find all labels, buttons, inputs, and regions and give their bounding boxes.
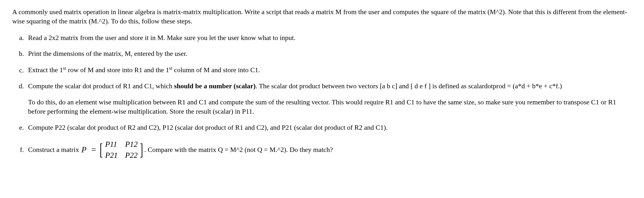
step-d-line1a: Compute the scalar dot product of R1 and… (28, 82, 174, 90)
step-f-pre: Construct a matrix (28, 145, 79, 154)
step-e-text: Compute P22 (scalar dot product of R2 an… (28, 124, 388, 131)
step-b-text: Print the dimensions of the matrix, M, e… (28, 50, 187, 57)
bracket-right-icon: ] (140, 141, 143, 158)
step-f: Construct a matrix P = [ P11 P12 P21 P22… (26, 139, 632, 161)
matrix-var-P: P (81, 144, 86, 155)
step-a-text: Read a 2x2 matrix from the user and stor… (28, 34, 296, 41)
step-c-mid: row of M and store into R1 and the 1 (66, 66, 169, 74)
matrix-cell-p22: P22 (125, 150, 138, 161)
matrix-cell-p12: P12 (125, 139, 138, 150)
step-c-sup1: st (63, 66, 66, 71)
matrix-P: [ P11 P12 P21 P22 ] (98, 139, 144, 161)
step-d-line1b: . The scalar dot product between two vec… (256, 82, 562, 90)
step-f-post: . Compare with the matrix Q = M^2 (not Q… (144, 145, 333, 154)
step-d: Compute the scalar dot product of R1 and… (26, 81, 632, 116)
step-c-sup2: st (169, 66, 172, 71)
intro-paragraph: A commonly used matrix operation in line… (12, 7, 632, 26)
step-e: Compute P22 (scalar dot product of R2 an… (26, 123, 632, 132)
matrix-cell-p21: P21 (105, 150, 118, 161)
step-c-pre: Extract the 1 (28, 66, 63, 74)
bracket-left-icon: [ (100, 141, 103, 158)
step-d-line2: To do this, do an element wise multiplic… (28, 98, 632, 116)
step-a: Read a 2x2 matrix from the user and stor… (26, 33, 632, 42)
steps-list: Read a 2x2 matrix from the user and stor… (12, 33, 632, 161)
matrix-cell-p11: P11 (105, 139, 118, 150)
step-c-post: column of M and store into C1. (172, 66, 260, 74)
step-c: Extract the 1st row of M and store into … (26, 65, 632, 75)
step-d-bold: should be a number (scalar) (174, 82, 256, 90)
step-b: Print the dimensions of the matrix, M, e… (26, 49, 632, 58)
equals-sign: = (91, 144, 96, 155)
